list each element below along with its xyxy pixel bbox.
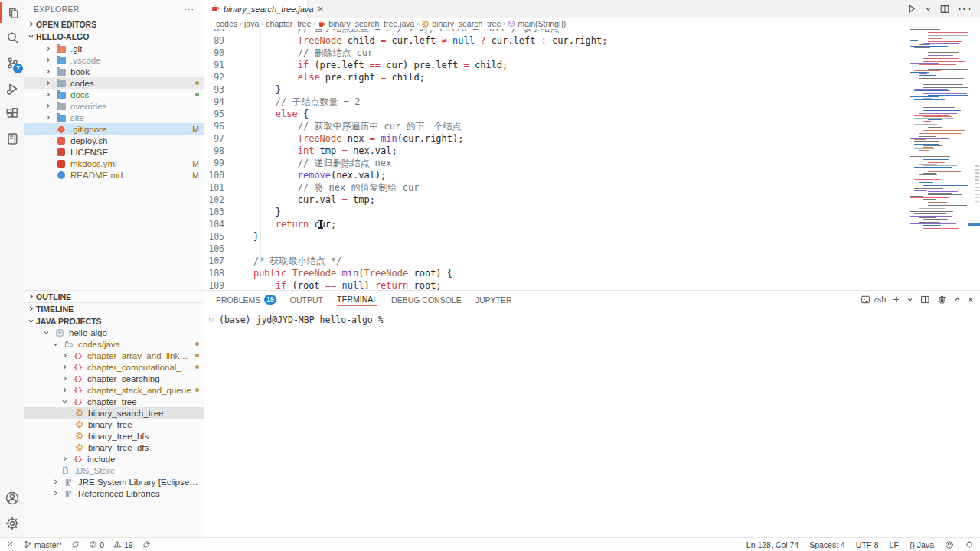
close-icon[interactable]: ✕ xyxy=(317,5,323,13)
code-line-109[interactable]: 109 if (root == null) return root; xyxy=(205,279,907,290)
breadcrumb-item[interactable]: codes xyxy=(216,19,237,28)
jp-row-chapter-searching[interactable]: {}chapter_searching xyxy=(24,373,204,384)
panel-tab-debug-console[interactable]: DEBUG CONSOLE xyxy=(391,293,462,306)
terminal-content[interactable]: (base) jyd@JYD-MBP hello-algo % xyxy=(205,308,980,325)
breadcrumb-item[interactable]: java xyxy=(244,19,259,28)
code-line-89[interactable]: 89 TreeNode child = cur.left ≠ null ? cu… xyxy=(205,34,907,47)
tab-binary-search-tree[interactable]: binary_search_tree.java ✕ xyxy=(205,0,308,18)
tree-row--git[interactable]: .git xyxy=(24,43,204,54)
code-line-104[interactable]: 104 return cur; xyxy=(205,218,907,230)
panel-tab-terminal[interactable]: TERMINAL xyxy=(337,292,377,306)
code-line-101[interactable]: 101 // 将 nex 的值复制给 cur xyxy=(205,181,907,194)
code-line-92[interactable]: 92 else pre.right = child; xyxy=(205,71,907,83)
code-line-90[interactable]: 90 // 删除结点 cur xyxy=(205,47,907,59)
section-open-editors[interactable]: OPEN EDITORS xyxy=(24,18,204,31)
jp-row-jre-system-library-eclipse-temurin-17-17[interactable]: JRE System Library [Eclipse Temurin 17 [… xyxy=(24,476,204,487)
code-line-88[interactable]: 88 // 当子结点数量 = 0 / 1 时, child = null / 该… xyxy=(205,29,907,34)
breadcrumb-item[interactable]: binary_search_tree xyxy=(421,19,501,28)
activity-explorer-icon[interactable] xyxy=(0,0,24,25)
activity-extensions-icon[interactable] xyxy=(0,101,24,126)
code-line-94[interactable]: 94 // 子结点数量 = 2 xyxy=(205,96,907,108)
status-sync[interactable] xyxy=(71,540,80,549)
new-terminal-button[interactable]: + xyxy=(893,293,899,305)
tree-row-codes[interactable]: codes xyxy=(24,77,204,89)
jp-row-binary-tree-dfs[interactable]: binary_tree_dfs xyxy=(24,442,204,453)
section-outline[interactable]: OUTLINE xyxy=(24,290,204,302)
jp-row-binary-tree-bfs[interactable]: binary_tree_bfs xyxy=(24,430,204,442)
status-errors[interactable]: 0 xyxy=(89,540,104,549)
status-feedback[interactable] xyxy=(945,540,954,549)
tree-row-mkdocs-yml[interactable]: mkdocs.ymlM xyxy=(24,158,204,169)
code-line-105[interactable]: 105 } xyxy=(205,230,907,243)
jp-row-chapter-tree[interactable]: {}chapter_tree xyxy=(24,396,204,407)
split-editor-icon[interactable] xyxy=(939,4,950,15)
panel-tab-output[interactable]: OUTPUT xyxy=(290,293,323,306)
code-line-108[interactable]: 108 public TreeNode min(TreeNode root) { xyxy=(205,267,907,279)
code-line-95[interactable]: 95 else { xyxy=(205,108,907,120)
panel-tab-jupyter[interactable]: JUPYTER xyxy=(475,293,512,306)
activity-source-control-icon[interactable]: 7 xyxy=(0,51,24,76)
code-line-103[interactable]: 103 } xyxy=(205,206,907,218)
activity-account-icon[interactable] xyxy=(0,485,24,510)
split-terminal-icon[interactable] xyxy=(920,295,930,305)
tree-row--vscode[interactable]: .vscode xyxy=(24,54,204,66)
status-java-runtime[interactable] xyxy=(142,540,151,549)
panel-tab-problems[interactable]: PROBLEMS19 xyxy=(216,292,276,306)
jp-row-referenced-libraries[interactable]: Referenced Libraries xyxy=(24,487,204,499)
activity-search-icon[interactable] xyxy=(0,25,24,51)
status-encoding[interactable]: UTF-8 xyxy=(856,540,879,549)
tree-row-readme-md[interactable]: README.mdM xyxy=(24,169,204,181)
jp-row-binary-tree[interactable]: binary_tree xyxy=(24,419,204,430)
status-language-mode[interactable]: {} Java xyxy=(910,540,934,549)
chevron-down-icon[interactable] xyxy=(925,5,932,12)
code-line-96[interactable]: 96 // 获取中序遍历中 cur 的下一个结点 xyxy=(205,120,907,132)
status-eol[interactable]: LF xyxy=(890,540,899,549)
status-warnings[interactable]: 19 xyxy=(113,540,133,549)
tree-row--gitignore[interactable]: .gitignoreM xyxy=(24,123,204,135)
jp-row--ds-store[interactable]: .DS_Store xyxy=(24,465,204,476)
activity-settings-icon[interactable] xyxy=(0,510,24,536)
shell-selector[interactable]: zsh xyxy=(861,295,886,305)
status-indentation[interactable]: Spaces: 4 xyxy=(809,540,845,549)
jp-row-chapter-stack-and-queue[interactable]: {}chapter_stack_and_queue xyxy=(24,384,204,396)
code-line-107[interactable]: 107 /* 获取最小结点 */ xyxy=(205,255,907,267)
code-line-93[interactable]: 93 } xyxy=(205,83,907,96)
code-line-99[interactable]: 99 // 递归删除结点 nex xyxy=(205,157,907,169)
views-more-icon[interactable]: ··· xyxy=(185,5,195,14)
tree-row-deploy-sh[interactable]: deploy.sh xyxy=(24,135,204,146)
status-notifications[interactable] xyxy=(965,540,974,549)
section-java-projects[interactable]: JAVA PROJECTS xyxy=(24,315,204,327)
breadcrumb-item[interactable]: main(String[]) xyxy=(508,19,566,28)
jp-row-binary-search-tree[interactable]: binary_search_tree xyxy=(24,407,204,419)
tree-row-license[interactable]: LICENSE xyxy=(24,146,204,158)
run-button[interactable] xyxy=(906,3,917,15)
tree-row-docs[interactable]: docs xyxy=(24,89,204,100)
tree-row-book[interactable]: book xyxy=(24,66,204,77)
section-root-folder[interactable]: HELLO-ALGO xyxy=(24,31,204,43)
code-line-106[interactable]: 106 xyxy=(205,243,907,255)
jp-row-chapter-computational-complexity[interactable]: {}chapter_computational_complexity xyxy=(24,361,204,373)
breadcrumb-item[interactable]: binary_search_tree.java xyxy=(318,19,414,28)
activity-run-debug-icon[interactable] xyxy=(0,76,24,101)
status-git-branch[interactable]: master* xyxy=(24,540,62,549)
activity-notebook-icon[interactable] xyxy=(0,126,24,152)
code-line-102[interactable]: 102 cur.val = tmp; xyxy=(205,194,907,206)
tree-row-overrides[interactable]: overrides xyxy=(24,100,204,112)
status-cursor-position[interactable]: Ln 128, Col 74 xyxy=(746,540,799,549)
kill-terminal-icon[interactable] xyxy=(937,295,947,305)
breadcrumb-item[interactable]: chapter_tree xyxy=(266,19,311,28)
code-editor[interactable]: 88 // 当子结点数量 = 0 / 1 时, child = null / 该… xyxy=(205,29,907,290)
minimap[interactable] xyxy=(908,29,968,282)
jp-row-hello-algo[interactable]: hello-algo xyxy=(24,327,204,338)
close-panel-icon[interactable]: ✕ xyxy=(968,295,974,304)
status-remote-indicator[interactable] xyxy=(6,540,15,549)
code-line-98[interactable]: 98 int tmp = nex.val; xyxy=(205,145,907,157)
code-line-100[interactable]: 100 remove(nex.val); xyxy=(205,169,907,181)
overview-ruler[interactable] xyxy=(968,29,980,290)
more-actions-icon[interactable]: ··· xyxy=(958,2,972,16)
code-line-91[interactable]: 91 if (pre.left == cur) pre.left = child… xyxy=(205,59,907,71)
chevron-down-icon[interactable] xyxy=(906,296,913,303)
jp-row-chapter-array-and-linkedlist[interactable]: {}chapter_array_and_linkedlist xyxy=(24,350,204,361)
maximize-panel-icon[interactable] xyxy=(954,296,961,303)
code-line-97[interactable]: 97 TreeNode nex = min(cur.right); xyxy=(205,132,907,145)
